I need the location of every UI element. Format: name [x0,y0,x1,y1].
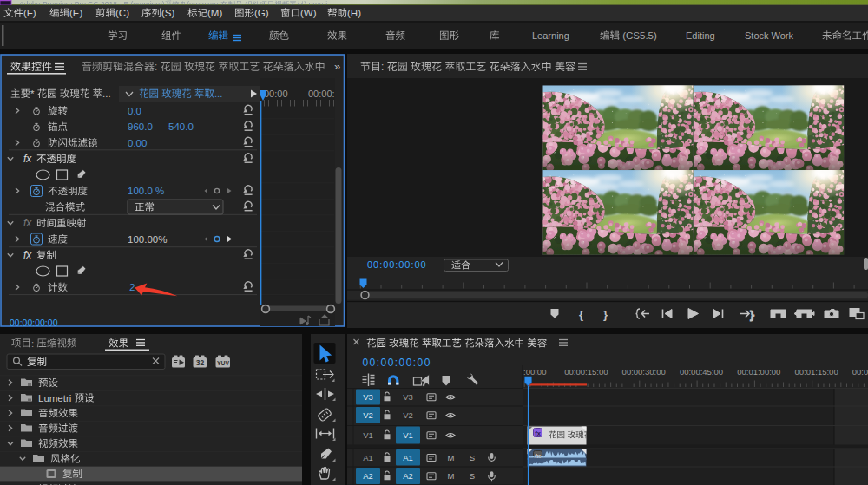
svg-text:540.0: 540.0 [168,121,194,132]
svg-text:V3: V3 [403,392,413,402]
svg-text:V1: V1 [403,430,413,440]
svg-text:32: 32 [196,358,205,367]
svg-text:(W): (W) [300,8,317,18]
svg-text:A2: A2 [363,471,373,481]
svg-text:fx: fx [23,153,32,165]
svg-text:00:01:: 00:01: [852,367,868,377]
svg-text:0.00: 0.00 [128,138,147,148]
svg-text:fx: fx [23,217,32,229]
svg-text:*: * [30,88,37,99]
svg-text:(H): (H) [347,8,361,18]
svg-text:V3: V3 [363,392,373,402]
svg-text:...: ... [102,88,111,99]
svg-text::: : [381,61,387,73]
svg-text:V2: V2 [403,410,413,420]
svg-text:Editing: Editing [686,30,715,41]
svg-text:00:00:30:00: 00:00:30:00 [622,367,666,377]
svg-text:{: { [579,308,583,321]
svg-text:960.0: 960.0 [128,121,153,132]
svg-text:00:00:00:00: 00:00:00:00 [10,318,58,328]
svg-text:0.0: 0.0 [128,106,141,116]
svg-text:00:00: 00:00 [264,88,288,99]
svg-text:Stock Work: Stock Work [745,30,794,41]
svg-text:}: } [750,308,754,321]
svg-text:M: M [448,471,455,481]
svg-text:(S): (S) [161,8,175,18]
svg-text:00:01:00:00: 00:01:00:00 [737,367,780,377]
svg-text:Learning: Learning [532,30,569,41]
svg-text:(E): (E) [69,8,83,18]
svg-text:(G): (G) [254,8,269,18]
svg-text:(F): (F) [23,8,36,18]
svg-text:(CS5.5): (CS5.5) [620,30,657,41]
svg-text:A1: A1 [403,453,413,462]
svg-text:00:00:45:00: 00:00:45:00 [680,367,723,377]
svg-text:S: S [470,471,475,481]
svg-text:A2: A2 [403,471,413,481]
svg-text:2: 2 [129,282,135,292]
svg-text::00:00: :00:00 [523,367,546,377]
svg-text::: : [155,61,161,73]
svg-text:fx: fx [535,429,541,437]
svg-text:S: S [470,453,475,462]
svg-text:»: » [334,60,340,73]
svg-text:100.0 %: 100.0 % [128,186,164,196]
svg-text:M: M [448,453,455,462]
svg-text:}: } [603,308,608,321]
svg-text:(C): (C) [115,8,129,18]
svg-text:fx: fx [23,249,32,261]
svg-text:00:00:15:00: 00:00:15:00 [564,367,608,377]
svg-text:(M): (M) [207,8,222,18]
svg-text:Lumetri: Lumetri [38,393,75,403]
svg-text:...: ... [214,88,223,99]
svg-text:V2: V2 [363,410,373,420]
svg-text:100.00%: 100.00% [128,234,167,245]
svg-text::: : [31,338,36,349]
svg-text:00:01:15:00: 00:01:15:00 [795,367,838,377]
svg-text:00:00:00:00: 00:00:00:00 [363,357,431,369]
svg-text:V1: V1 [363,430,373,440]
svg-text:00:00:: 00:00: [308,88,335,99]
svg-text:A1: A1 [363,453,373,462]
svg-text:YUV: YUV [217,360,229,366]
svg-text:00:00:00:00: 00:00:00:00 [367,259,427,270]
